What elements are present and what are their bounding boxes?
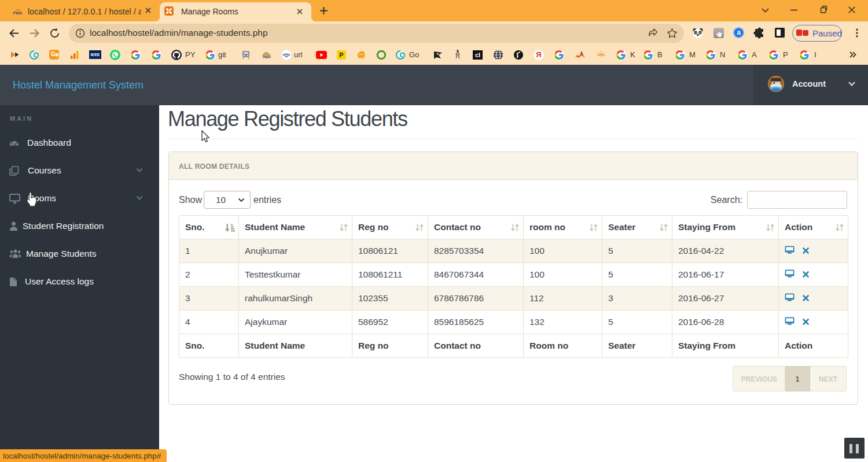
svg-text:PMA: PMA: [263, 56, 270, 59]
svg-text:PMA: PMA: [13, 11, 23, 15]
